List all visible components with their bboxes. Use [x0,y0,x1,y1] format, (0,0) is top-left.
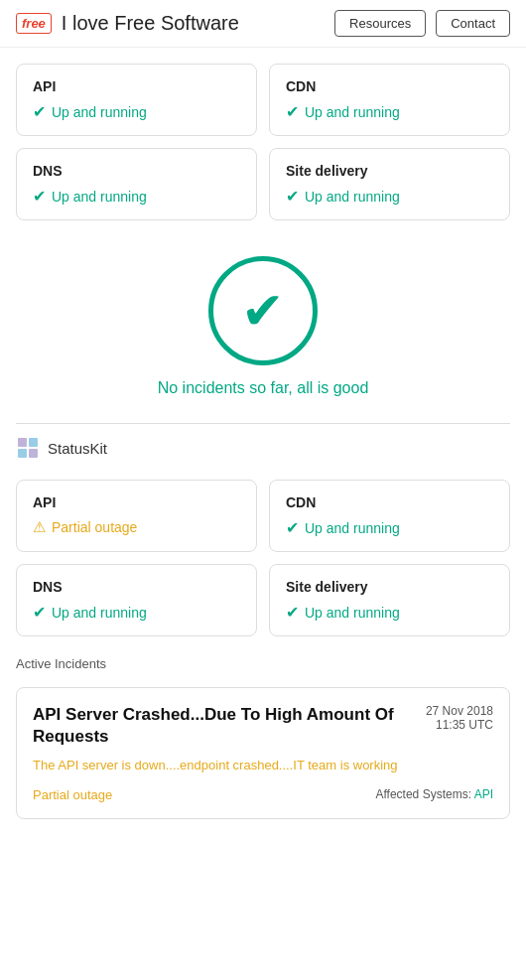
top-status-card-api: API ✔ Up and running [16,64,257,136]
big-status-circle: ✔ [208,256,318,365]
top-card-api-label: Up and running [52,104,147,120]
sk-card-dns-status: ✔ Up and running [33,603,240,622]
svg-rect-2 [18,449,27,458]
top-card-dns-status: ✔ Up and running [33,187,240,206]
incident-card: API Server Crashed...Due To High Amount … [16,687,510,819]
incident-affected: Affected Systems: API [375,787,493,801]
incident-date-day: 27 Nov 2018 [426,704,493,718]
top-status-card-site-delivery: Site delivery ✔ Up and running [269,148,510,220]
top-card-site-status: ✔ Up and running [286,187,493,206]
statuskit-card-api: API ⚠ Partial outage [16,480,257,552]
sk-card-cdn-status: ✔ Up and running [286,518,493,537]
top-card-dns-title: DNS [33,163,240,179]
sk-card-cdn-label: Up and running [305,520,400,536]
statuskit-card-cdn: CDN ✔ Up and running [269,480,510,552]
sk-card-cdn-title: CDN [286,494,493,510]
top-card-cdn-label: Up and running [305,104,400,120]
check-icon: ✔ [286,603,299,622]
contact-button[interactable]: Contact [436,10,510,37]
incident-affected-system[interactable]: API [474,787,493,801]
sk-card-dns-label: Up and running [52,605,147,621]
statuskit-header: StatusKit [0,424,526,464]
check-icon: ✔ [33,603,46,622]
top-card-site-label: Up and running [305,189,400,205]
site-logo: free [16,13,52,34]
top-status-card-dns: DNS ✔ Up and running [16,148,257,220]
top-card-cdn-status: ✔ Up and running [286,102,493,121]
big-check-icon: ✔ [241,285,285,337]
top-card-api-title: API [33,78,240,94]
overall-status-text: No incidents so far, all is good [158,379,369,397]
sk-card-api-status: ⚠ Partial outage [33,518,240,536]
svg-rect-0 [18,438,27,447]
sk-card-api-label: Partial outage [52,519,137,535]
sk-card-dns-title: DNS [33,579,240,595]
svg-rect-1 [29,438,38,447]
top-card-site-title: Site delivery [286,163,493,179]
resources-button[interactable]: Resources [334,10,426,37]
statuskit-logo-icon [16,436,40,460]
check-icon: ✔ [286,102,299,121]
overall-status: ✔ No incidents so far, all is good [0,236,526,423]
check-icon: ✔ [33,187,46,206]
sk-card-api-title: API [33,494,240,510]
active-incidents-label: Active Incidents [0,652,526,679]
header: free I love Free Software Resources Cont… [0,0,526,48]
top-card-dns-label: Up and running [52,189,147,205]
sk-card-site-status: ✔ Up and running [286,603,493,622]
incident-footer: Partial outage Affected Systems: API [33,787,493,802]
top-card-api-status: ✔ Up and running [33,102,240,121]
incident-description: The API server is down....endpoint crash… [33,756,493,775]
incident-title: API Server Crashed...Due To High Amount … [33,704,426,748]
svg-rect-3 [29,449,38,458]
warn-icon: ⚠ [33,518,46,536]
top-status-grid: API ✔ Up and running CDN ✔ Up and runnin… [0,48,526,236]
top-status-card-cdn: CDN ✔ Up and running [269,64,510,136]
incident-header: API Server Crashed...Due To High Amount … [33,704,493,748]
sk-card-site-label: Up and running [305,605,400,621]
check-icon: ✔ [33,102,46,121]
incident-status-badge: Partial outage [33,787,112,802]
statuskit-card-site-delivery: Site delivery ✔ Up and running [269,564,510,636]
check-icon: ✔ [286,187,299,206]
check-icon: ✔ [286,518,299,537]
statuskit-status-grid: API ⚠ Partial outage CDN ✔ Up and runnin… [0,464,526,652]
statuskit-card-dns: DNS ✔ Up and running [16,564,257,636]
top-card-cdn-title: CDN [286,78,493,94]
incident-date: 27 Nov 2018 11:35 UTC [426,704,493,732]
incident-date-time: 11:35 UTC [426,718,493,732]
incident-affected-label: Affected Systems: [375,787,471,801]
sk-card-site-title: Site delivery [286,579,493,595]
site-title: I love Free Software [62,12,325,35]
statuskit-title: StatusKit [48,440,107,457]
